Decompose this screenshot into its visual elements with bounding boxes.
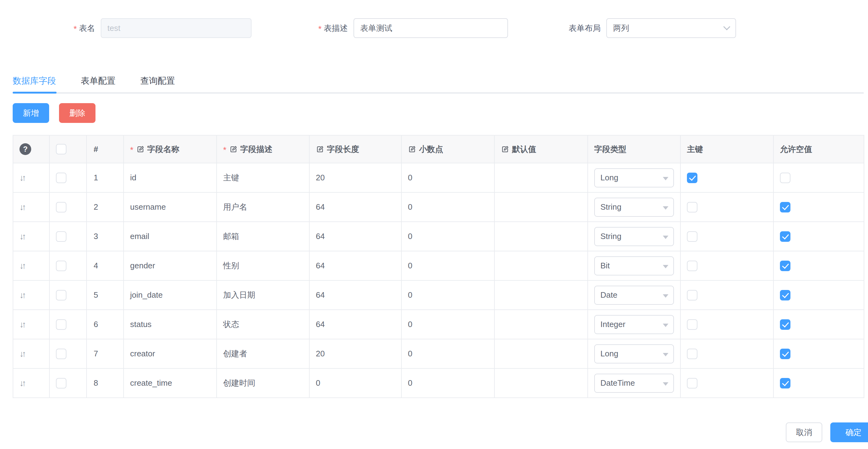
row-select-checkbox[interactable]	[56, 202, 66, 213]
default-value-cell[interactable]	[494, 163, 588, 192]
field-length-cell[interactable]: 20	[309, 339, 401, 368]
field-length-cell[interactable]: 0	[309, 368, 401, 398]
field-name-cell[interactable]: gender	[124, 251, 217, 280]
add-button[interactable]: 新增	[13, 103, 49, 123]
field-name-cell[interactable]: id	[124, 163, 217, 192]
primary-key-checkbox[interactable]	[687, 202, 698, 213]
table-row: ↓↑4gender性别640Bit	[13, 251, 864, 280]
field-type-select[interactable]: Long	[594, 168, 674, 187]
field-type-select[interactable]: Integer	[594, 315, 674, 334]
confirm-button[interactable]: 确定	[830, 422, 868, 442]
nullable-checkbox[interactable]	[780, 231, 790, 242]
tab-form-config[interactable]: 表单配置	[81, 75, 115, 87]
row-index: 4	[87, 251, 124, 280]
table-desc-input[interactable]: 表单测试	[353, 18, 508, 38]
nullable-cell	[773, 280, 864, 310]
decimal-cell[interactable]: 0	[401, 310, 494, 339]
field-length-cell[interactable]: 64	[309, 280, 401, 310]
drag-sort-icon[interactable]: ↓↑	[20, 202, 24, 212]
decimal-cell[interactable]: 0	[401, 368, 494, 398]
primary-key-checkbox[interactable]	[687, 231, 698, 242]
column-header-default: 默认值	[494, 135, 588, 163]
nullable-checkbox[interactable]	[780, 202, 790, 213]
drag-sort-icon[interactable]: ↓↑	[20, 261, 24, 270]
field-name-cell[interactable]: join_date	[124, 280, 217, 310]
decimal-cell[interactable]: 0	[401, 251, 494, 280]
select-all-checkbox[interactable]	[56, 144, 66, 154]
edit-column-icon	[316, 145, 324, 154]
primary-key-checkbox[interactable]	[687, 172, 698, 183]
field-name-cell[interactable]: username	[124, 192, 217, 222]
row-select-checkbox[interactable]	[56, 231, 66, 242]
primary-key-checkbox[interactable]	[687, 319, 698, 330]
field-length-cell[interactable]: 64	[309, 310, 401, 339]
decimal-cell[interactable]: 0	[401, 192, 494, 222]
cancel-button[interactable]: 取消	[786, 422, 822, 442]
nullable-checkbox[interactable]	[780, 319, 790, 330]
decimal-cell[interactable]: 0	[401, 222, 494, 251]
decimal-cell[interactable]: 0	[401, 339, 494, 368]
field-type-select[interactable]: DateTime	[594, 374, 674, 393]
nullable-checkbox[interactable]	[780, 172, 790, 183]
field-type-select[interactable]: String	[594, 227, 674, 246]
primary-key-checkbox[interactable]	[687, 290, 698, 300]
field-type-select[interactable]: Bit	[594, 256, 674, 276]
drag-sort-icon[interactable]: ↓↑	[20, 378, 24, 388]
field-desc-cell[interactable]: 用户名	[217, 192, 309, 222]
delete-button[interactable]: 删除	[59, 103, 95, 123]
field-desc-cell[interactable]: 创建时间	[217, 368, 309, 398]
field-desc-cell[interactable]: 性别	[217, 251, 309, 280]
row-select-checkbox[interactable]	[56, 290, 66, 300]
field-name-cell[interactable]: status	[124, 310, 217, 339]
form-layout-select[interactable]: 两列	[606, 18, 736, 38]
primary-key-checkbox[interactable]	[687, 261, 698, 271]
row-select-checkbox[interactable]	[56, 261, 66, 271]
nullable-checkbox[interactable]	[780, 261, 790, 271]
decimal-cell[interactable]: 0	[401, 163, 494, 192]
primary-key-checkbox[interactable]	[687, 349, 698, 359]
field-type-select[interactable]: String	[594, 198, 674, 217]
table-row: ↓↑3email邮箱640String	[13, 222, 864, 251]
row-select-checkbox[interactable]	[56, 378, 66, 388]
nullable-checkbox[interactable]	[780, 378, 790, 388]
table-name-input[interactable]: test	[101, 18, 251, 38]
nullable-cell	[773, 192, 864, 222]
default-value-cell[interactable]	[494, 192, 588, 222]
field-length-cell[interactable]: 64	[309, 192, 401, 222]
field-length-cell[interactable]: 64	[309, 222, 401, 251]
drag-sort-icon[interactable]: ↓↑	[20, 349, 24, 358]
default-value-cell[interactable]	[494, 368, 588, 398]
default-value-cell[interactable]	[494, 251, 588, 280]
field-desc-cell[interactable]: 邮箱	[217, 222, 309, 251]
field-desc-cell[interactable]: 状态	[217, 310, 309, 339]
drag-sort-icon[interactable]: ↓↑	[20, 173, 24, 183]
tab-query-config[interactable]: 查询配置	[140, 75, 175, 87]
field-type-select[interactable]: Date	[594, 286, 674, 305]
default-value-cell[interactable]	[494, 280, 588, 310]
field-name-cell[interactable]: create_time	[124, 368, 217, 398]
default-value-cell[interactable]	[494, 222, 588, 251]
nullable-checkbox[interactable]	[780, 349, 790, 359]
drag-sort-icon[interactable]: ↓↑	[20, 290, 24, 300]
decimal-cell[interactable]: 0	[401, 280, 494, 310]
field-name-cell[interactable]: creator	[124, 339, 217, 368]
field-length-cell[interactable]: 64	[309, 251, 401, 280]
field-length-cell[interactable]: 20	[309, 163, 401, 192]
field-desc-cell[interactable]: 主键	[217, 163, 309, 192]
field-desc-cell[interactable]: 加入日期	[217, 280, 309, 310]
row-select-checkbox[interactable]	[56, 319, 66, 330]
field-type-select[interactable]: Long	[594, 344, 674, 363]
drag-sort-icon[interactable]: ↓↑	[20, 320, 24, 329]
field-name-cell[interactable]: email	[124, 222, 217, 251]
primary-key-checkbox[interactable]	[687, 378, 698, 388]
default-value-cell[interactable]	[494, 310, 588, 339]
row-index: 1	[87, 163, 124, 192]
nullable-checkbox[interactable]	[780, 290, 790, 300]
row-select-checkbox[interactable]	[56, 349, 66, 359]
field-type-value: Date	[600, 290, 617, 300]
default-value-cell[interactable]	[494, 339, 588, 368]
drag-sort-icon[interactable]: ↓↑	[20, 232, 24, 241]
field-desc-cell[interactable]: 创建者	[217, 339, 309, 368]
tab-database-fields[interactable]: 数据库字段	[13, 75, 56, 87]
row-select-checkbox[interactable]	[56, 172, 66, 183]
